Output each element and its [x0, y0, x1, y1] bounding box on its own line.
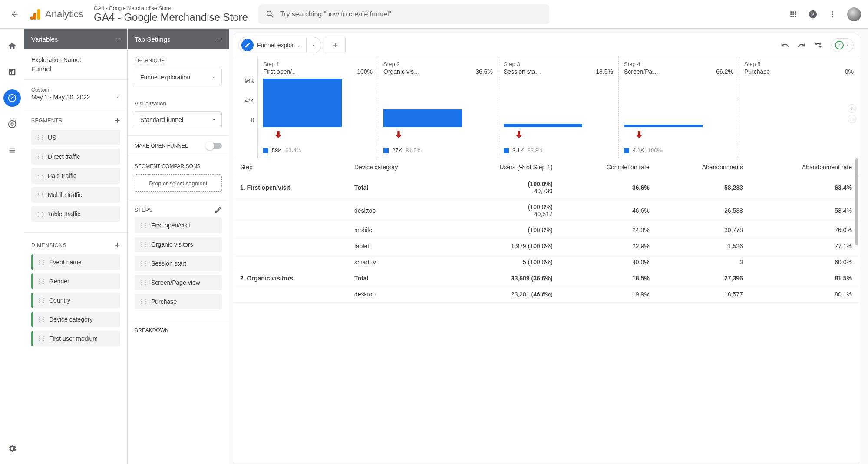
chip-label: First open/visit — [151, 222, 190, 229]
segment-chip[interactable]: Paid traffic — [31, 168, 120, 184]
nav-configure-icon[interactable] — [3, 142, 21, 159]
top-icons: ? — [789, 7, 861, 21]
segment-chip[interactable]: Tablet traffic — [31, 206, 120, 222]
dimension-chip[interactable]: Event name — [31, 254, 120, 270]
tab-edit-icon — [241, 39, 254, 51]
table-row: desktop23,201 (46.6%)19.9%18,57780.1% — [233, 286, 859, 303]
step-num: Step 3 — [504, 61, 520, 67]
back-arrow-icon[interactable] — [7, 7, 23, 22]
date-range-section[interactable]: Custom May 1 - May 30, 2022 — [24, 80, 127, 108]
nav-admin-icon[interactable] — [3, 440, 21, 457]
variables-title: Variables — [31, 36, 58, 43]
edit-steps-icon[interactable] — [214, 206, 222, 214]
scrollbar[interactable] — [855, 158, 858, 245]
dimension-chip[interactable]: Country — [31, 293, 120, 308]
minimize-tabsettings-icon[interactable]: − — [216, 33, 222, 45]
step-pct: 36.6% — [475, 68, 493, 75]
nav-home-icon[interactable] — [3, 37, 21, 55]
segment-chip[interactable]: Mobile traffic — [31, 187, 120, 203]
chevron-down-icon — [845, 43, 850, 47]
funnel-chart: 94K 47K 0 Step 1First open/…100%58K63.4%… — [233, 56, 859, 158]
step-label: Organic vis… — [383, 68, 420, 75]
dimension-chip[interactable]: Device category — [31, 312, 120, 327]
step-num: Step 1 — [263, 61, 280, 67]
nav-reports-icon[interactable] — [3, 63, 21, 81]
cell-completion: 24.0% — [560, 222, 657, 238]
table-row: desktop(100.0%)40,51746.6%26,53853.4% — [233, 199, 859, 222]
redo-icon[interactable] — [797, 41, 806, 49]
tab-dropdown-icon[interactable] — [307, 37, 321, 53]
funnel-step: Step 1First open/…100%58K63.4% — [257, 56, 378, 158]
chip-label: Session start — [151, 260, 186, 267]
chip-label: First user medium — [49, 335, 98, 342]
add-segment-icon[interactable]: + — [115, 115, 120, 126]
visualization-dropdown[interactable]: Standard funnel — [135, 111, 222, 128]
cell-abandonments: 27,396 — [657, 270, 750, 286]
canvas: Funnel explor… + ✓ — [229, 29, 868, 464]
table-row: 2. Organic visitorsTotal33,609 (36.6%)18… — [233, 270, 859, 286]
help-icon[interactable]: ? — [808, 10, 818, 19]
cell-abandonment-rate: 81.5% — [750, 270, 859, 286]
cell-category: mobile — [347, 222, 446, 238]
step-chip[interactable]: Session start — [135, 256, 222, 271]
table-header[interactable]: Abandonment rate — [750, 158, 859, 176]
step-label: First open/… — [263, 68, 298, 75]
drag-handle-icon — [37, 261, 46, 263]
step-chip[interactable]: Screen/Page view — [135, 275, 222, 290]
breakdown-section: BREAKDOWN — [128, 320, 229, 340]
technique-dropdown[interactable]: Funnel exploration — [135, 69, 222, 86]
cell-completion: 46.6% — [560, 199, 657, 222]
table-header[interactable]: Users (% of Step 1) — [446, 158, 560, 176]
funnel-step: Step 3Session sta…18.5%2.1K33.8% — [498, 56, 618, 158]
undo-icon[interactable] — [781, 41, 789, 49]
add-dimension-icon[interactable]: + — [115, 240, 120, 251]
funnel-bar — [504, 124, 582, 127]
drop-metrics: 2.1K33.8% — [504, 147, 613, 158]
apps-icon[interactable] — [789, 10, 798, 19]
exploration-name-value[interactable]: Funnel — [31, 65, 120, 72]
chevron-down-icon — [211, 75, 216, 80]
status-pill[interactable]: ✓ — [831, 38, 854, 52]
dimension-chip[interactable]: First user medium — [31, 331, 120, 346]
share-icon[interactable] — [814, 40, 823, 50]
search-input[interactable] — [280, 10, 542, 18]
table-header[interactable]: Step — [233, 158, 347, 176]
cell-abandonments: 3 — [657, 254, 750, 270]
analytics-logo[interactable]: Analytics — [30, 8, 83, 20]
drop-pct: 81.5% — [406, 147, 422, 154]
zoom-in-icon[interactable]: + — [848, 104, 856, 113]
step-chip[interactable]: First open/visit — [135, 217, 222, 233]
open-funnel-toggle[interactable] — [206, 143, 222, 149]
breadcrumb: GA4 - Google Merchandise Store — [94, 5, 248, 11]
series-swatch — [383, 148, 389, 153]
search-box[interactable] — [258, 4, 549, 24]
step-label: Session sta… — [504, 68, 541, 75]
table-header[interactable]: Device category — [347, 158, 446, 176]
title-block[interactable]: GA4 - Google Merchandise Store GA4 - Goo… — [94, 5, 248, 23]
tab-settings-header: Tab Settings − — [128, 29, 229, 49]
svg-rect-16 — [10, 150, 15, 151]
nav-explore-icon[interactable] — [3, 89, 21, 107]
segment-chip[interactable]: US — [31, 130, 120, 145]
avatar[interactable] — [847, 7, 861, 21]
zoom-out-icon[interactable]: − — [848, 115, 856, 123]
y-tick: 94K — [245, 78, 254, 84]
table-header[interactable]: Completion rate — [560, 158, 657, 176]
series-swatch — [263, 148, 268, 153]
minimize-variables-icon[interactable]: − — [115, 33, 120, 45]
segment-chip[interactable]: Direct traffic — [31, 149, 120, 165]
more-vert-icon[interactable] — [828, 10, 837, 19]
dimension-chip[interactable]: Gender — [31, 273, 120, 289]
add-tab-button[interactable]: + — [325, 37, 346, 53]
open-funnel-label: MAKE OPEN FUNNEL — [135, 143, 188, 149]
table-header[interactable]: Abandonments — [657, 158, 750, 176]
cell-abandonment-rate: 63.4% — [750, 176, 859, 199]
step-chip[interactable]: Purchase — [135, 294, 222, 309]
nav-advertising-icon[interactable] — [3, 115, 21, 133]
drag-handle-icon — [36, 155, 44, 158]
chip-label: Purchase — [151, 298, 177, 305]
drop-pct: 63.4% — [285, 147, 301, 154]
segment-dropzone[interactable]: Drop or select segment — [135, 174, 222, 192]
active-tab[interactable]: Funnel explor… — [238, 37, 307, 53]
step-chip[interactable]: Organic visitors — [135, 237, 222, 252]
